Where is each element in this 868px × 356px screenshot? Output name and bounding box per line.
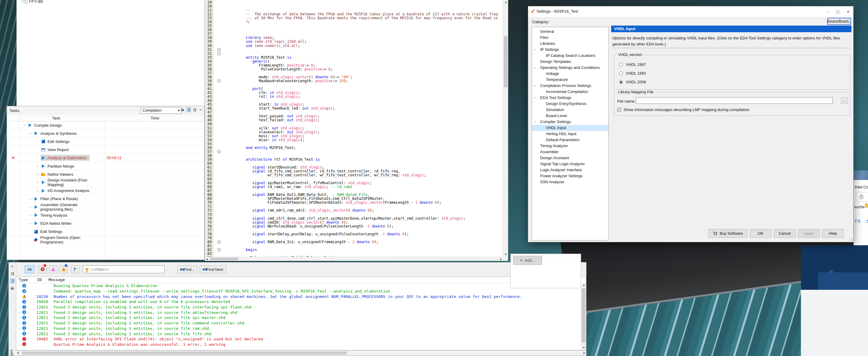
code-line[interactable]: 24 — [205, 20, 503, 24]
messages-hscroll-thumb[interactable] — [22, 352, 347, 355]
category-item[interactable]: › Board-Level — [532, 113, 609, 119]
category-item[interactable]: › Files — [532, 35, 609, 41]
message-expand-chevron[interactable]: › — [18, 316, 22, 320]
code-line[interactable]: 33 FrameLength: positive:= 8; — [205, 56, 503, 60]
code-line[interactable]: 64 signal rd_ram1, wr_ram: std_ulogic; -… — [205, 177, 503, 181]
category-item[interactable]: › General — [532, 29, 609, 35]
code-line[interactable]: 72 signal cmd_ctrl_done,cmd_ctrl_start,s… — [205, 209, 503, 212]
scroll-left-icon[interactable] — [206, 258, 208, 261]
browser-link[interactable]: SU — [866, 218, 868, 224]
category-expand-chevron[interactable]: › — [534, 95, 539, 101]
messages-vscroll-thumb[interactable] — [582, 288, 585, 343]
column-time[interactable]: Time — [151, 116, 159, 120]
category-item[interactable]: › Voltage — [532, 71, 609, 77]
find-button[interactable]: Find... — [178, 265, 197, 273]
category-item[interactable]: › Incremental Compilation — [532, 89, 609, 95]
code-line[interactable]: 48 — [205, 114, 503, 118]
code-fold-icon[interactable] — [217, 48, 220, 51]
code-line[interactable]: 76 signal startDelay,postDelay: u_unsign… — [205, 225, 503, 229]
code-line[interactable]: 39 port( — [205, 79, 503, 83]
code-line[interactable]: 41 rst: in std_ulogic; — [205, 87, 503, 91]
dialog-titlebar[interactable]: Settings - M25P16_Test – ▢ ✕ — [528, 6, 853, 18]
chevron-right-icon[interactable]: › — [21, 0, 22, 3]
code-line[interactable]: 60 signal rd_fifo_cmd_controller, rd_fif… — [205, 161, 503, 166]
category-item[interactable]: › Libraries — [532, 41, 609, 47]
category-item[interactable]: › Timing Analyzer — [532, 143, 609, 149]
code-line[interactable]: 31 entity M25P16_Test is — [205, 48, 503, 52]
code-line[interactable]: 68 FiFodata2SPImaster,SPIMasterDataIn: s… — [205, 193, 503, 197]
code-line[interactable]: 69 — [205, 197, 503, 201]
category-item[interactable]: › Compiler Settings — [532, 119, 609, 125]
category-item[interactable]: › Design Assistant — [532, 155, 609, 161]
task-row[interactable]: › Program Device (Open Programmer) — [7, 236, 204, 244]
category-item[interactable]: › Signal Tap Logic Analyzer — [532, 161, 609, 167]
messages-horizontal-scrollbar[interactable] — [16, 350, 586, 356]
panel-float-button[interactable] — [192, 108, 197, 112]
code-line[interactable]: 71 — [205, 205, 503, 209]
task-row[interactable]: › Analysis & Synthesis — [7, 129, 204, 138]
scroll-up-icon[interactable] — [583, 285, 585, 286]
minimize-icon[interactable]: – — [823, 6, 833, 17]
code-line[interactable]: 29 — [205, 40, 503, 43]
code-line[interactable]: 43 start: in std_ulogic; — [205, 95, 503, 99]
category-expand-chevron[interactable]: › — [534, 47, 539, 53]
code-line[interactable]: 20 -- The exchange of data between the F… — [205, 4, 503, 8]
message-expand-chevron[interactable]: › — [18, 321, 22, 325]
task-expand-chevron[interactable]: › — [27, 197, 33, 201]
task-row[interactable]: › Netlist Viewers — [7, 170, 204, 178]
message-row[interactable]: › Running Quartus Prime Analysis & Elabo… — [16, 283, 586, 289]
dialog-button[interactable]: Buy Software — [708, 229, 747, 238]
task-row[interactable]: › Assembler (Generate programming files) — [7, 203, 204, 211]
code-line[interactable]: 23 — [205, 16, 503, 20]
message-expand-chevron[interactable]: › — [18, 305, 22, 309]
code-line[interactable]: 54 end entity M25P16_Test; — [205, 138, 503, 142]
message-row[interactable]: › Command: quartus_map --read_settings_f… — [16, 289, 586, 294]
task-row[interactable]: › I/O Assignment Analysis — [7, 187, 204, 195]
code-line[interactable]: 82 Debouncing: entity Module.DebounceUni… — [205, 248, 503, 252]
code-fold-icon[interactable] — [217, 80, 220, 83]
task-row[interactable]: › Analysis & Elaboration 00:00:11 — [7, 154, 204, 162]
task-expand-chevron[interactable]: › — [35, 172, 40, 176]
category-item[interactable]: › Logic Analyzer Interface — [532, 167, 609, 173]
project-file-item[interactable]: › FiFo.qip — [17, 0, 43, 4]
task-row[interactable]: › Compile Design — [7, 121, 204, 129]
scroll-down-icon[interactable] — [505, 254, 507, 255]
browser-address-bar[interactable] — [856, 192, 868, 202]
device-board-button[interactable]: Device/Board... — [828, 18, 851, 25]
scroll-right-icon[interactable] — [500, 258, 502, 261]
code-line[interactable]: 66 signal RAM_Data_Out1,RAM_Data_Out2, -… — [205, 185, 503, 189]
vhdl-version-radio[interactable]: VHDL 1987 — [619, 62, 646, 67]
code-line[interactable]: 34 PulseCounterLength: positive:= 8; — [205, 60, 503, 63]
code-line[interactable]: 28 use ieee.numeric_std.all; — [205, 36, 503, 40]
category-item[interactable]: › Compilation Process Settings — [532, 83, 609, 89]
code-line[interactable]: 21 --- of 50 Mhz for the FPGA. This Baud… — [205, 8, 503, 12]
code-line[interactable]: 83 generic map(250000) -- 5 ms — [205, 252, 503, 256]
scroll-right-icon[interactable] — [584, 352, 585, 354]
task-expand-chevron[interactable]: › — [21, 123, 27, 127]
task-expand-chevron[interactable]: › — [35, 164, 40, 168]
task-expand-chevron[interactable]: › — [27, 131, 33, 136]
code-line[interactable]: 36 mode: std_ulogic_vector(1 downto 0):=… — [205, 67, 503, 71]
panel-menu-button[interactable] — [10, 286, 15, 291]
dialog-button[interactable]: OK — [750, 229, 771, 238]
category-item[interactable]: › Design Templates — [532, 59, 609, 65]
column-id[interactable]: ID — [37, 277, 42, 282]
category-expand-chevron[interactable]: › — [534, 65, 539, 71]
code-line[interactable]: 75 — [205, 220, 503, 225]
filter-flagged-button[interactable] — [71, 265, 80, 273]
panel-float-button[interactable] — [10, 271, 15, 276]
code-line[interactable]: 61 wr_fifo_cmd_controller, wr_fifo_test_… — [205, 166, 503, 170]
code-line[interactable]: 44 start_feedback_led: out std_ulogic; — [205, 99, 503, 102]
column-type[interactable]: Type — [19, 277, 28, 282]
message-row[interactable]: › 12021 Found 2 design units, including … — [16, 321, 586, 326]
task-expand-chevron[interactable]: › — [27, 221, 33, 226]
panel-close-button[interactable] — [198, 108, 203, 112]
task-expand-chevron[interactable]: › — [35, 180, 40, 184]
code-line[interactable]: 27 use ieee.std_logic_1164.all; — [205, 32, 503, 36]
file-name-input[interactable] — [636, 97, 833, 104]
category-item[interactable]: › SSN Analyzer — [532, 179, 609, 185]
category-item[interactable]: › Temperature — [532, 77, 609, 83]
task-expand-chevron[interactable]: › — [27, 213, 33, 217]
category-item[interactable]: › Power Analyzer Settings — [532, 173, 609, 179]
code-line[interactable]: 25 — [205, 24, 503, 28]
